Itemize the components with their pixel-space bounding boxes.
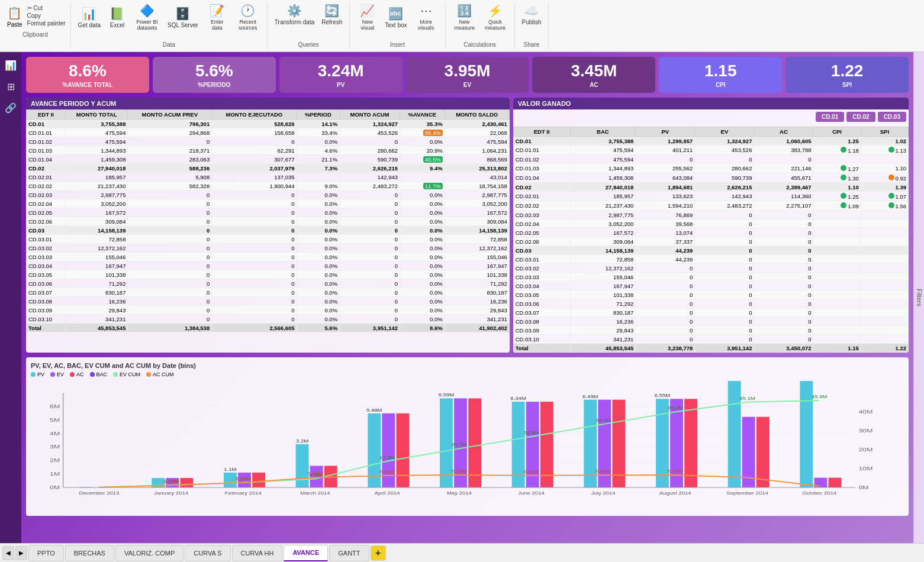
insert-group: 📈 New visual 🔤 Text box ⋯ More visuals I… [350,2,445,49]
table-cell: 101,338 [570,290,636,299]
vg-col-header: AC [754,127,813,137]
format-painter-button[interactable]: Format painter [27,20,66,27]
table-cell: 0 [340,235,400,244]
new-visual-button[interactable]: 📈 New visual [355,2,380,32]
avance-table-scroll[interactable]: EDT IIMONTO TOTALMONTO ACUM PREVMONTO EJ… [26,109,510,332]
calculations-buttons: 🔢 New measure ⚡ Quick measure [450,2,510,32]
table-cell: CD.03.05 [27,270,66,279]
tab-brechas[interactable]: BRECHAS [65,545,114,561]
table-cell: 590,739 [340,155,400,164]
table-cell: 0 [340,190,400,199]
sql-server-button[interactable]: 🗄️ SQL Server [165,5,201,30]
tab-prev-button[interactable]: ◀ [2,546,14,560]
table-cell: 280,662 [695,164,754,173]
tab-next-button[interactable]: ▶ [15,546,27,560]
table-cell: 0 [340,199,400,208]
kpi-card-5: 1.15 CPI [659,57,782,93]
tab-gantt[interactable]: GANTT [329,545,369,561]
vg-col-header: PV [636,127,695,137]
valor-ganado-scroll[interactable]: EDT IIBACPVEVACCPISPI CD.013,755,3881,29… [513,127,909,353]
legend-label: EV CUM [120,372,140,377]
table-cell: CD.03.07 [27,288,66,297]
table-row: Total45,853,5451,384,5382,566,6055.6%3,9… [27,324,510,332]
vg-col-header: EV [695,127,754,137]
table-cell: 2,987,775 [65,190,128,199]
tab-curva-hh[interactable]: CURVA HH [232,545,283,561]
table-cell: 21.1% [297,155,339,164]
table-cell: 0.0% [297,288,339,297]
sidebar-table-icon[interactable]: ⊞ [2,78,19,95]
excel-button[interactable]: 📗 Excel [105,5,129,30]
avance-col-header: %AVANCE [400,110,445,119]
enter-data-button[interactable]: 📝 Enter data [203,2,231,32]
chart-bar [382,414,395,487]
quick-measure-button[interactable]: ⚡ Quick measure [481,2,510,32]
table-cell: 44,239 [636,255,695,264]
tab-valoriz-comp[interactable]: VALORIZ. COMP [115,545,183,561]
avance-badge: 40.5% [423,156,443,163]
vg-edt-cell: CD.03.01 [513,255,570,264]
new-measure-button[interactable]: 🔢 New measure [450,2,479,32]
table-cell: CD.01.01 [27,128,66,137]
table-row: CD.013,755,3881,299,8571,324,9271,060,60… [513,137,908,146]
kpi-label-6: SPI [842,82,852,88]
table-row: CD.03.05101,338000.0%00.0%101,338 [27,270,510,279]
table-cell: CD.03.06 [27,279,66,288]
table-cell: 0 [754,335,813,344]
cpi-cell: 1.15 [813,344,861,353]
cd-button-cd02[interactable]: CD.02 [846,112,875,122]
vg-edt-cell: CD.02.06 [513,237,570,246]
cd-button-cd03[interactable]: CD.03 [878,112,906,122]
more-visuals-button[interactable]: ⋯ More visuals [412,2,440,32]
table-cell: CD.03.08 [27,297,66,306]
kpi-label-2: PV [337,82,345,88]
table-cell: 14,158,139 [65,226,128,235]
tab-avance[interactable]: AVANCE [284,545,328,561]
table-cell: 0 [636,326,695,335]
add-tab-button[interactable]: + [371,545,386,561]
cpi-dot [841,165,846,171]
svg-text:March
2014: March 2014 [300,490,330,495]
filters-panel[interactable]: Filters [913,52,924,543]
table-cell: 0 [695,211,754,219]
table-cell: 0 [128,315,212,324]
copy-button[interactable]: Copy [27,12,66,19]
table-cell: 0 [212,279,297,288]
table-cell: 114,360 [754,192,813,201]
svg-text:45.9M: 45.9M [812,394,828,399]
table-cell: 1,384,538 [128,324,212,332]
text-box-button[interactable]: 🔤 Text box [382,5,409,30]
tab-ppto[interactable]: PPTO [28,545,64,561]
table-cell: 0 [754,264,813,273]
cd-button-cd01[interactable]: CD.01 [816,112,844,122]
avance-col-header: %PERIOD [297,110,339,119]
publish-button[interactable]: ☁️ Publish [520,2,544,27]
table-row: CD.01.01475,594294,868158,65833.4%453,52… [27,128,510,137]
svg-text:1.1M: 1.1M [224,467,236,471]
tab-curva-s[interactable]: CURVA S [185,545,230,561]
cut-button[interactable]: ✂ Cut [27,5,66,11]
get-data-button[interactable]: 📊 Get data [76,5,103,30]
table-cell: 1,900,944 [212,182,297,190]
table-cell: 14,158,139 [445,226,509,235]
chart-legend: PVEVACBACEV CUMAC CUM [31,372,904,377]
paste-button[interactable]: 📋 Paste [5,5,25,29]
toolbar: 📋 Paste ✂ Cut Copy Format painter Clipbo… [0,0,924,52]
transform-data-button[interactable]: ⚙️ Transform data [272,2,317,27]
refresh-button[interactable]: 🔄 Refresh [319,2,345,27]
table-cell: 0 [212,235,297,244]
spi-dot-green [888,202,894,208]
power-bi-datasets-button[interactable]: 🔷 Power BI datasets [131,2,163,32]
sidebar-report-icon[interactable]: 📊 [2,57,19,73]
table-cell: 0 [754,155,813,164]
table-cell: CD.03.04 [27,261,66,270]
vg-edt-cell: CD.03.09 [513,326,570,335]
svg-text:30M: 30M [859,428,873,434]
spi-cell [861,290,908,299]
avance-table-container: AVANCE PERIODO Y ACUM EDT IIMONTO TOTALM… [26,98,510,353]
recent-sources-button[interactable]: 🕐 Recent sources [234,2,262,32]
cpi-cell [813,155,861,164]
table-cell [297,173,339,182]
sidebar-model-icon[interactable]: 🔗 [2,99,19,116]
table-cell: 0.0% [400,253,445,261]
